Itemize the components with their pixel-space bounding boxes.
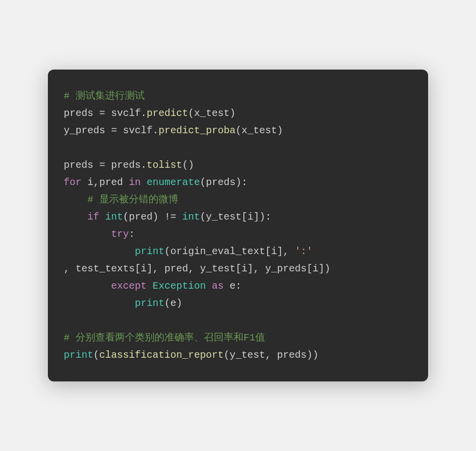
- code-line: # 分别查看两个类别的准确率、召回率和F1值: [64, 329, 412, 346]
- code-line: [64, 312, 412, 329]
- code-line: print(classification_report(y_test, pred…: [64, 346, 412, 364]
- code-line: except Exception as e:: [64, 277, 412, 295]
- code-block: # 测试集进行测试 preds = svclf.predict(x_test) …: [48, 70, 428, 381]
- code-line: print(origin_eval_text[i], ':': [64, 243, 412, 260]
- code-line: # 显示被分错的微博: [64, 191, 412, 208]
- code-line: preds = svclf.predict(x_test): [64, 105, 412, 122]
- code-line: , test_texts[i], pred, y_test[i], y_pred…: [64, 260, 412, 277]
- code-line: [64, 139, 412, 156]
- code-line: try:: [64, 226, 412, 243]
- code-line: print(e): [64, 295, 412, 312]
- code-line: y_preds = svclf.predict_proba(x_test): [64, 122, 412, 139]
- code-line: preds = preds.tolist(): [64, 156, 412, 174]
- comment-text: # 测试集进行测试: [64, 90, 145, 102]
- code-line: # 测试集进行测试: [64, 87, 412, 105]
- code-line: if int(pred) != int(y_test[i]):: [64, 208, 412, 226]
- code-line: for i,pred in enumerate(preds):: [64, 174, 412, 191]
